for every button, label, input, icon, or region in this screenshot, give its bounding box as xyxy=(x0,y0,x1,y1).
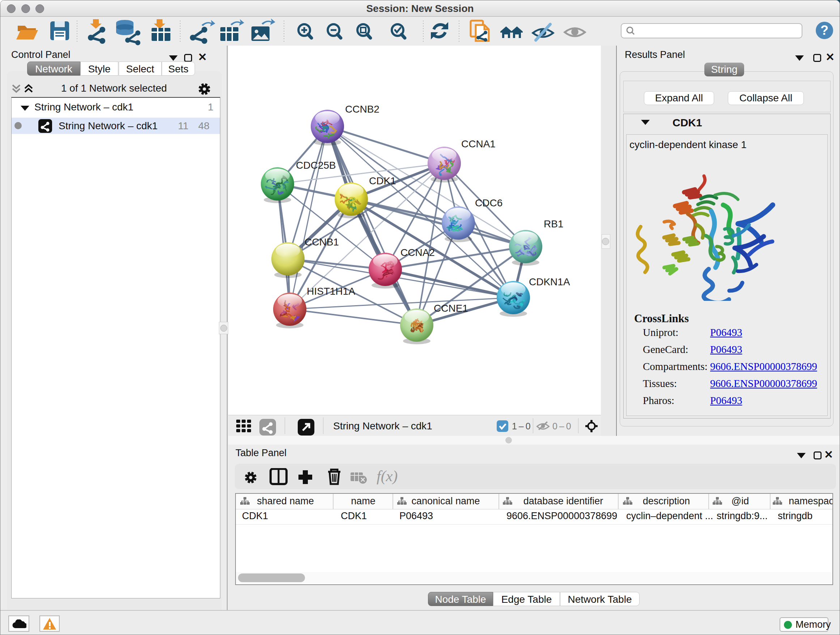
svg-text:CCNA1: CCNA1 xyxy=(461,138,496,149)
svg-text:CCNE1: CCNE1 xyxy=(434,302,468,314)
svg-text:CDKN1A: CDKN1A xyxy=(529,276,570,287)
svg-text:CCNB1: CCNB1 xyxy=(305,236,339,248)
svg-text:CDC6: CDC6 xyxy=(475,197,502,209)
svg-text:RB1: RB1 xyxy=(544,218,563,230)
svg-text:CDC25B: CDC25B xyxy=(296,160,336,171)
svg-text:HIST1H1A: HIST1H1A xyxy=(307,286,355,297)
svg-text:CCNB2: CCNB2 xyxy=(345,103,379,115)
svg-text:?: ? xyxy=(821,23,829,38)
svg-text:CDK1: CDK1 xyxy=(369,175,396,187)
svg-text:CCNA2: CCNA2 xyxy=(401,247,435,258)
svg-text:f(x): f(x) xyxy=(377,468,398,485)
